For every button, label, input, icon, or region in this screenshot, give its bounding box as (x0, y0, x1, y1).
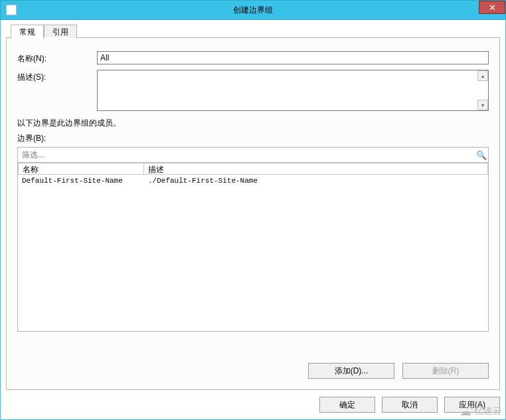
cell-desc: ./Default-First-Site-Name (144, 175, 488, 186)
list-actions: 添加(D)... 删除(R) (308, 363, 489, 379)
description-wrap: ▴ ▾ (97, 70, 489, 111)
cancel-button[interactable]: 取消 (382, 397, 438, 413)
row-description: 描述(S): ▴ ▾ (17, 70, 489, 111)
scroll-down-button[interactable]: ▾ (477, 100, 488, 110)
cell-name: Default-First-Site-Name (18, 175, 144, 186)
members-note: 以下边界是此边界组的成员。 (17, 118, 489, 129)
add-button[interactable]: 添加(D)... (308, 363, 394, 379)
search-icon[interactable]: 🔍 (475, 150, 488, 160)
ok-button[interactable]: 确定 (319, 397, 375, 413)
tab-strip: 常规 引用 (11, 25, 77, 38)
scroll-up-button[interactable]: ▴ (477, 70, 488, 81)
list-body[interactable]: Default-First-Site-Name ./Default-First-… (18, 175, 488, 331)
filter-input[interactable] (18, 148, 475, 162)
window-title: 创建边界组 (1, 5, 505, 16)
boundary-list: 名称 描述 Default-First-Site-Name ./Default-… (17, 163, 489, 332)
textarea-scrollbar: ▴ ▾ (477, 70, 488, 110)
row-name: 名称(N): (17, 51, 489, 64)
column-header-name[interactable]: 名称 (18, 163, 144, 175)
tab-general[interactable]: 常规 (11, 25, 44, 39)
tab-references[interactable]: 引用 (44, 25, 77, 38)
name-input[interactable] (97, 51, 489, 64)
client-area: 常规 引用 名称(N): 描述(S): ▴ ▾ (0, 20, 506, 420)
name-label: 名称(N): (17, 51, 97, 64)
close-button[interactable]: ✕ (479, 1, 505, 14)
boundary-label: 边界(B): (17, 133, 489, 144)
close-icon: ✕ (489, 3, 496, 13)
list-row[interactable]: Default-First-Site-Name ./Default-First-… (18, 175, 488, 186)
filter-box: 🔍 (17, 147, 489, 163)
description-label: 描述(S): (17, 70, 97, 83)
remove-button[interactable]: 删除(R) (402, 363, 489, 379)
column-header-desc[interactable]: 描述 (144, 163, 488, 175)
apply-button[interactable]: 应用(A) (444, 397, 500, 413)
dialog-buttons: 确定 取消 应用(A) (6, 397, 500, 413)
title-bar: 创建边界组 ✕ (0, 0, 506, 20)
app-icon (6, 5, 17, 15)
tab-host: 常规 引用 名称(N): 描述(S): ▴ ▾ (6, 37, 500, 390)
description-textarea[interactable] (98, 70, 477, 110)
list-header: 名称 描述 (18, 163, 488, 175)
